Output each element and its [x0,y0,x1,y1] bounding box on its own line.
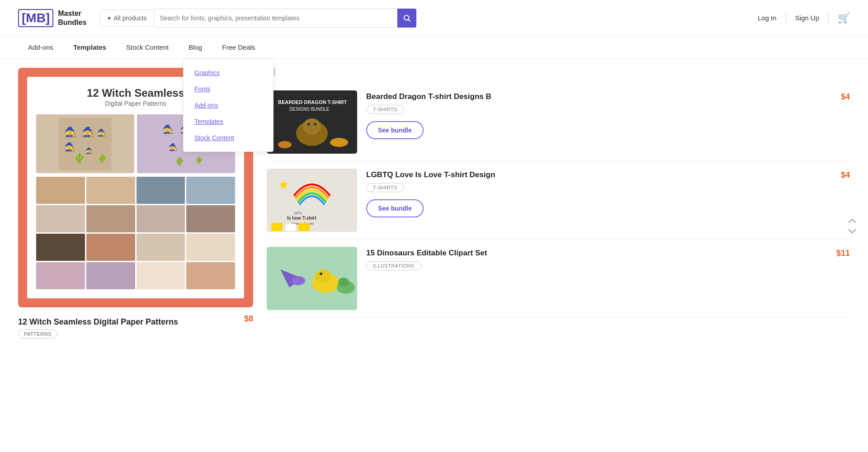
search-button[interactable] [397,9,416,28]
nav-item-addons[interactable]: Add-ons [18,36,63,58]
login-link[interactable]: Log In [758,14,777,22]
logo-text: Master Bundles [58,9,86,26]
see-bundle-button-1[interactable]: See bundle [366,121,424,139]
see-bundle-button-2[interactable]: See bundle [366,199,424,217]
dropdown-item-fonts[interactable]: Fonts [184,81,273,97]
dropdown-item-addons[interactable]: Add-ons [184,97,273,113]
svg-point-27 [330,138,348,147]
product-row-1: BEARDED DRAGON T-SHIRT DESIGNS BUNDLE [267,83,850,161]
svg-text:BEARDED DRAGON T-SHIRT: BEARDED DRAGON T-SHIRT [278,99,347,105]
svg-line-1 [409,19,410,21]
svg-point-26 [278,141,292,148]
dropdown-item-templates[interactable]: Templates [184,113,273,130]
product-info-3: 15 Dinosaurs Editable Clipart Set ILLUST… [366,247,827,275]
all-products-button[interactable]: ▾ All products [100,9,154,27]
pattern-cell-8 [186,205,235,232]
search-icon [403,14,411,22]
svg-point-37 [292,276,305,285]
search-area: ▾ All products [100,9,416,28]
pattern-cell-3 [137,177,185,204]
pattern-cell-2 [86,177,135,204]
svg-text:🌵: 🌵 [97,154,108,164]
product-price-area-1: $4 [841,90,850,102]
svg-point-25 [314,123,316,126]
nav-item-blog[interactable]: Blog [179,36,212,58]
right-product-panel: BEARDED DRAGON T-SHIRT DESIGNS BUNDLE [267,68,850,339]
svg-text:🧙: 🧙 [65,142,75,152]
svg-text:🧙: 🧙 [163,124,173,134]
svg-text:🧙: 🧙 [169,143,178,151]
bearded-dragon-image: BEARDED DRAGON T-SHIRT DESIGNS BUNDLE [267,90,357,154]
product-title-1: Bearded Dragon T-shirt Designs B [366,92,832,101]
svg-point-24 [307,123,310,126]
pattern-cell-9 [36,234,85,261]
header: [MB] Master Bundles ▾ All products Log I… [0,0,868,36]
witch-pattern-1: 🧙 🧙 🧙 🧙 🧙 🌵 🌵 [36,114,134,173]
pattern-cell-4 [186,177,235,204]
pattern-cell-11 [137,234,185,261]
lgbtq-svg: ★ lgbtq Is love T-shirt Designs Bundle [267,169,357,232]
svg-text:🌵: 🌵 [74,152,85,164]
pattern-cell-13 [36,262,85,289]
main-nav: Add-ons Templates Stock Content Blog Fre… [0,36,868,59]
dropdown-item-graphics[interactable]: Graphics [184,65,273,81]
svg-text:Is love T-shirt: Is love T-shirt [287,216,316,221]
nav-item-free[interactable]: Free Deals [212,36,265,58]
featured-product-footer: 12 Witch Seamless Digital Paper Patterns… [18,311,253,327]
scroll-down-arrow[interactable] [849,226,856,234]
product-info-2: LGBTQ Love Is Love T-shirt Design T-SHIR… [366,169,832,217]
product-row-3: 15 Dinosaurs Editable Clipart Set ILLUST… [267,240,850,318]
cart-icon[interactable]: 🛒 [838,12,850,24]
pattern-cell-1 [36,177,85,204]
all-products-label: All products [113,14,146,22]
scroll-up-arrow[interactable] [849,219,856,226]
svg-text:DESIGNS BUNDLE: DESIGNS BUNDLE [289,107,330,112]
product-row-2: ★ lgbtq Is love T-shirt Designs Bundle [267,161,850,240]
pattern-cell-5 [36,205,85,232]
pattern-cell-7 [137,205,185,232]
pattern-cell-12 [186,234,235,261]
header-divider [786,14,786,23]
pattern-grid-row2 [36,234,235,289]
header-right: Log In Sign Up 🛒 [758,12,850,24]
logo-bracket: [MB] [18,9,53,27]
dropdown-item-stock[interactable]: Stock Content [184,130,273,146]
featured-product-price: $8 [244,314,253,324]
all-products-dropdown: Graphics Fonts Add-ons Templates Stock C… [183,59,274,152]
logo[interactable]: [MB] Master Bundles [18,9,86,27]
featured-product-tag: PATTERNS [18,330,57,339]
pattern-cell-10 [86,234,135,261]
pattern-cell-16 [186,262,235,289]
product-tag-3: ILLUSTRATIONS [366,261,421,270]
preview-image-1: 🧙 🧙 🧙 🧙 🧙 🌵 🌵 [36,114,134,173]
header-divider2 [828,14,829,23]
nav-item-templates[interactable]: Templates [63,36,116,58]
product-title-3: 15 Dinosaurs Editable Clipart Set [366,249,827,258]
product-price-area-2: $4 [841,169,850,180]
svg-text:lgbtq: lgbtq [294,211,302,215]
pattern-cell-15 [137,262,185,289]
nav-item-stock[interactable]: Stock Content [116,36,179,58]
svg-rect-34 [286,224,296,231]
product-price-area-3: $11 [836,247,850,258]
signup-link[interactable]: Sign Up [795,14,819,22]
pattern-cell-6 [86,205,135,232]
product-tag-1: T-SHIRTS [366,105,404,114]
svg-point-42 [338,278,349,287]
svg-point-0 [404,15,409,20]
scroll-arrows [845,212,859,240]
product-price-3: $11 [836,249,850,258]
pattern-grid-row1 [36,177,235,232]
product-tag-2: T-SHIRTS [366,183,404,192]
product-list: BEARDED DRAGON T-SHIRT DESIGNS BUNDLE [267,83,850,318]
chevron-down-icon: ▾ [108,14,111,22]
product-thumb-1: BEARDED DRAGON T-SHIRT DESIGNS BUNDLE [267,90,357,154]
search-input[interactable] [160,14,392,22]
search-input-wrap [154,9,397,28]
product-price-1: $4 [841,92,850,101]
product-price-2: $4 [841,170,850,179]
dino-image [267,247,357,310]
svg-text:🧙: 🧙 [85,147,93,155]
dino-svg [267,247,357,310]
lgbtq-image: ★ lgbtq Is love T-shirt Designs Bundle [267,169,357,232]
